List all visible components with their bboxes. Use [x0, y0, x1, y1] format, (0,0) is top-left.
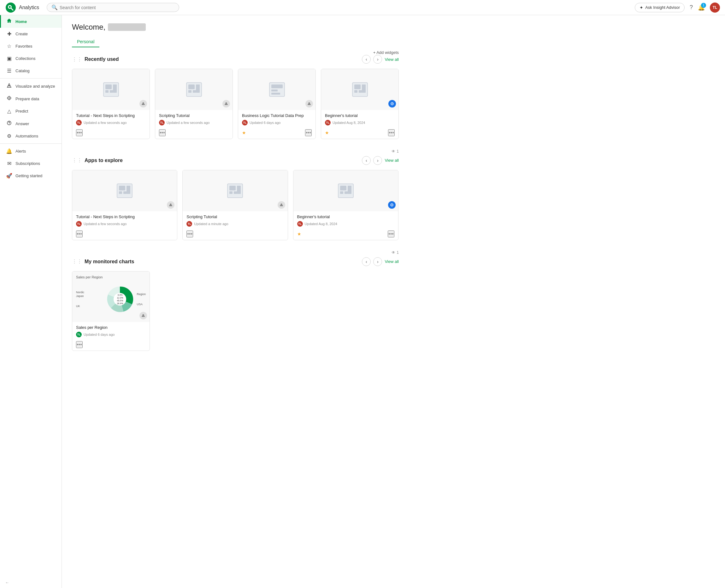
card-meta: TL Updated 6 days ago — [76, 332, 146, 337]
card-footer: ••• — [183, 229, 287, 240]
card-body: Scripting Tutorial TL Updated a few seco… — [155, 110, 233, 128]
card-thumbnail — [321, 69, 399, 110]
sidebar-label-predict: Predict — [16, 109, 28, 113]
sidebar-item-answer[interactable]: Answer — [0, 117, 62, 130]
card-more-button[interactable]: ••• — [305, 129, 312, 136]
card-more-button[interactable]: ••• — [76, 230, 83, 237]
add-widgets-button[interactable]: + Add widgets — [373, 50, 399, 55]
sidebar-item-visualize[interactable]: Visualize and analyze — [0, 80, 62, 92]
table-row: Business Logic Tutorial Data Prep TL Upd… — [238, 69, 316, 139]
ask-insight-button[interactable]: ✦ Ask Insight Advisor — [635, 3, 685, 12]
svg-rect-23 — [193, 90, 196, 93]
apps-view-all-button[interactable]: View all — [385, 158, 399, 163]
charts-prev-button[interactable]: ‹ — [362, 257, 371, 266]
sidebar-item-create[interactable]: ✚ Create — [0, 28, 62, 40]
sidebar-item-prepare[interactable]: Prepare data — [0, 92, 62, 105]
card-more-button[interactable]: ••• — [76, 129, 83, 136]
table-row: Tutorial - Next Steps in Scripting TL Up… — [72, 69, 150, 139]
help-button[interactable]: ? — [690, 4, 693, 11]
drag-handle-recently-used[interactable]: ⋮⋮ — [72, 57, 82, 62]
card-more-button[interactable]: ••• — [159, 129, 166, 136]
drag-handle-apps[interactable]: ⋮⋮ — [72, 157, 82, 163]
chart-card: Sales per Region Nordic Japan UK — [72, 271, 150, 351]
sidebar-item-getting-started[interactable]: 🚀 Getting started — [0, 170, 62, 182]
apps-prev-button[interactable]: ‹ — [362, 156, 371, 165]
sidebar-item-automations[interactable]: ⚙ Automations — [0, 130, 62, 142]
card-avatar: TL — [76, 120, 82, 125]
pie-legend-usa: USA — [137, 303, 143, 306]
recently-used-prev-button[interactable]: ‹ — [362, 55, 371, 64]
card-title: Beginner's tutorial — [325, 113, 395, 119]
sidebar-item-catalog[interactable]: ☰ Catalog — [0, 65, 62, 77]
card-avatar: TL — [186, 221, 192, 227]
card-avatar: TL — [76, 332, 82, 337]
svg-rect-33 — [354, 90, 358, 93]
recently-used-view-all-button[interactable]: View all — [385, 57, 399, 62]
card-star-button[interactable]: ★ — [297, 231, 301, 236]
layout: Home ✚ Create ☆ Favorites ▣ Collections … — [0, 15, 725, 588]
tabs: Personal — [72, 37, 99, 47]
chart-card-title: Sales per Region — [76, 325, 146, 331]
card-more-button[interactable]: ••• — [388, 129, 395, 136]
sidebar-label-collections: Collections — [16, 56, 36, 61]
card-footer: ••• — [72, 128, 149, 139]
main-inner: Welcome, Personal + Add widgets ⋮⋮ Recen… — [62, 15, 409, 369]
sidebar-collapse-button[interactable]: ← — [5, 580, 57, 585]
card-more-button[interactable]: ••• — [76, 341, 83, 348]
sidebar-bottom: ← — [0, 577, 62, 588]
sidebar-item-alerts[interactable]: 🔔 Alerts — [0, 145, 62, 157]
svg-rect-32 — [354, 84, 361, 89]
prepare-icon — [6, 96, 12, 102]
card-user-badge — [222, 100, 230, 107]
svg-rect-52 — [340, 191, 343, 194]
svg-point-56 — [391, 204, 392, 205]
card-more-button[interactable]: ••• — [388, 230, 395, 237]
sidebar-item-predict[interactable]: △ Predict — [0, 105, 62, 117]
recently-used-nav: ‹ › View all — [362, 55, 399, 64]
avatar[interactable]: TL — [710, 2, 720, 13]
card-footer: ••• — [155, 128, 233, 139]
apps-to-explore-title: Apps to explore — [84, 158, 362, 163]
apps-next-button[interactable]: › — [373, 156, 382, 165]
recently-used-header: ⋮⋮ Recently used ‹ › View all — [72, 55, 399, 64]
logo[interactable]: Analytics — [5, 2, 39, 13]
drag-handle-charts[interactable]: ⋮⋮ — [72, 258, 82, 265]
sidebar-label-catalog: Catalog — [16, 68, 29, 73]
card-star-button[interactable]: ★ — [325, 130, 329, 135]
welcome-text: Welcome, — [72, 23, 105, 31]
sidebar-divider-1 — [0, 78, 62, 79]
pie-legend-japan: Japan — [76, 294, 103, 298]
visualize-icon — [6, 83, 12, 89]
sidebar-item-favorites[interactable]: ☆ Favorites — [0, 40, 62, 52]
top-header: Analytics 🔍 ✦ Ask Insight Advisor ? 🔔 1 … — [0, 0, 725, 15]
app-icon — [352, 82, 368, 97]
qlik-logo-icon — [5, 2, 16, 13]
charts-view-all-button[interactable]: View all — [385, 259, 399, 264]
sidebar-item-subscriptions[interactable]: ✉ Subscriptions — [0, 157, 62, 170]
table-row: Beginner's tutorial TL Updated Aug 8, 20… — [321, 69, 399, 139]
insight-icon: ✦ — [640, 5, 643, 10]
favorites-icon: ☆ — [6, 43, 12, 49]
charts-next-button[interactable]: › — [373, 257, 382, 266]
collections-icon: ▣ — [6, 56, 12, 62]
svg-rect-18 — [113, 84, 117, 93]
card-user-badge — [139, 100, 147, 107]
card-footer: ★ ••• — [294, 229, 398, 240]
svg-rect-29 — [271, 93, 280, 94]
card-meta: TL Updated Aug 8, 2024 — [325, 120, 395, 125]
tab-personal[interactable]: Personal — [72, 37, 99, 47]
card-body: Tutorial - Next Steps in Scripting TL Up… — [72, 211, 177, 229]
card-star-button[interactable]: ★ — [242, 130, 246, 135]
search-input[interactable] — [60, 5, 175, 10]
sidebar-item-home[interactable]: Home — [0, 15, 62, 28]
search-icon: 🔍 — [52, 4, 58, 10]
card-more-button[interactable]: ••• — [186, 230, 193, 237]
automations-icon: ⚙ — [6, 133, 12, 139]
sidebar-label-visualize: Visualize and analyze — [16, 84, 55, 89]
card-title: Tutorial - Next Steps in Scripting — [76, 214, 173, 220]
search-bar[interactable]: 🔍 — [47, 3, 179, 12]
apps-to-explore-cards: Tutorial - Next Steps in Scripting TL Up… — [72, 170, 399, 240]
sidebar-item-collections[interactable]: ▣ Collections — [0, 52, 62, 65]
card-thumbnail — [72, 69, 149, 110]
recently-used-next-button[interactable]: › — [373, 55, 382, 64]
